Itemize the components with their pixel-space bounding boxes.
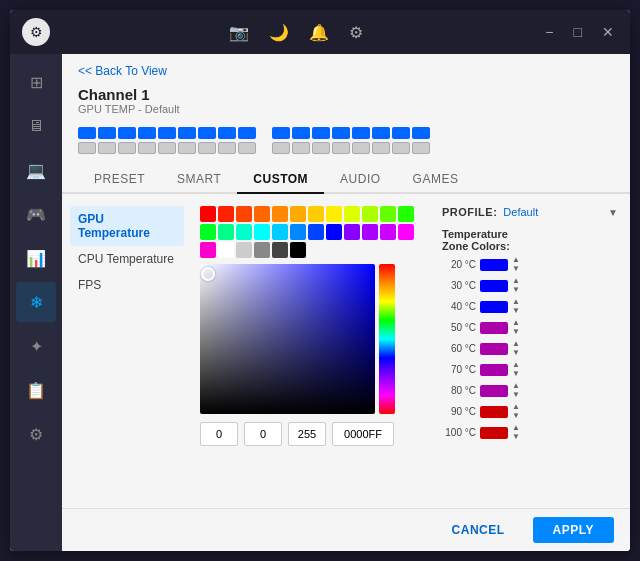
temp-zone-down-arrow[interactable]: ▼ <box>512 412 520 420</box>
temp-zone-color[interactable] <box>480 280 508 292</box>
sensor-item-fps[interactable]: FPS <box>70 272 184 298</box>
temp-zone-up-arrow[interactable]: ▲ <box>512 298 520 306</box>
sidebar-item-cooling[interactable]: ❄ <box>16 282 56 322</box>
temp-zone-up-arrow[interactable]: ▲ <box>512 424 520 432</box>
color-swatch[interactable] <box>254 242 270 258</box>
color-swatch[interactable] <box>362 206 378 222</box>
color-swatch[interactable] <box>380 224 396 240</box>
profile-row: PROFILE: Default ▼ <box>442 206 618 218</box>
color-gradient-box[interactable] <box>200 264 375 414</box>
apply-button[interactable]: APPLY <box>533 517 614 543</box>
color-swatch[interactable] <box>380 206 396 222</box>
temp-zone-label: 100 °C <box>442 427 476 438</box>
color-swatch[interactable] <box>236 224 252 240</box>
color-swatch[interactable] <box>254 224 270 240</box>
temp-zone-down-arrow[interactable]: ▼ <box>512 433 520 441</box>
temp-zone-down-arrow[interactable]: ▼ <box>512 307 520 315</box>
temp-zone-color[interactable] <box>480 322 508 334</box>
color-swatch[interactable] <box>272 206 288 222</box>
color-swatch[interactable] <box>326 206 342 222</box>
color-swatch[interactable] <box>272 224 288 240</box>
sidebar-item-gamepad[interactable]: 🎮 <box>16 194 56 234</box>
temp-zone-color[interactable] <box>480 385 508 397</box>
temp-zone-label: 90 °C <box>442 406 476 417</box>
color-swatch[interactable] <box>326 224 342 240</box>
color-swatch[interactable] <box>200 206 216 222</box>
color-swatch[interactable] <box>308 224 324 240</box>
color-swatch[interactable] <box>344 224 360 240</box>
color-swatch[interactable] <box>236 242 252 258</box>
profile-dropdown-arrow[interactable]: ▼ <box>608 207 618 218</box>
tab-audio[interactable]: AUDIO <box>324 166 397 194</box>
temp-zone-color[interactable] <box>480 343 508 355</box>
sensor-item-cpu-temp[interactable]: CPU Temperature <box>70 246 184 272</box>
color-swatch[interactable] <box>236 206 252 222</box>
temp-zone-color[interactable] <box>480 301 508 313</box>
sidebar-item-system[interactable]: 💻 <box>16 150 56 190</box>
moon-icon[interactable]: 🌙 <box>269 23 289 42</box>
color-swatch[interactable] <box>272 242 288 258</box>
color-swatch[interactable] <box>362 224 378 240</box>
temp-zone-down-arrow[interactable]: ▼ <box>512 286 520 294</box>
led-cell <box>352 127 370 139</box>
color-swatch[interactable] <box>344 206 360 222</box>
temp-zone-down-arrow[interactable]: ▼ <box>512 349 520 357</box>
minimize-button[interactable]: − <box>541 22 557 42</box>
color-swatch[interactable] <box>290 206 306 222</box>
green-input[interactable]: 0 <box>244 422 282 446</box>
tab-preset[interactable]: PRESET <box>78 166 161 194</box>
red-input[interactable]: 0 <box>200 422 238 446</box>
temp-zone-row: 70 °C▲▼ <box>442 361 618 378</box>
temp-zone-up-arrow[interactable]: ▲ <box>512 256 520 264</box>
temp-zone-up-arrow[interactable]: ▲ <box>512 340 520 348</box>
color-swatch[interactable] <box>308 206 324 222</box>
bell-icon[interactable]: 🔔 <box>309 23 329 42</box>
sidebar-item-display[interactable]: 🖥 <box>16 106 56 146</box>
temp-zone-up-arrow[interactable]: ▲ <box>512 361 520 369</box>
temp-zone-color[interactable] <box>480 427 508 439</box>
cancel-button[interactable]: CANCEL <box>434 517 523 543</box>
tab-custom[interactable]: CUSTOM <box>237 166 324 194</box>
sensor-item-gpu-temp[interactable]: GPU Temperature <box>70 206 184 246</box>
temp-zone-down-arrow[interactable]: ▼ <box>512 265 520 273</box>
tab-games[interactable]: GAMES <box>397 166 475 194</box>
temp-zone-up-arrow[interactable]: ▲ <box>512 277 520 285</box>
close-button[interactable]: ✕ <box>598 22 618 42</box>
tab-smart[interactable]: SMART <box>161 166 237 194</box>
hex-input[interactable]: 0000FF <box>332 422 394 446</box>
color-swatch[interactable] <box>200 242 216 258</box>
temp-zone-down-arrow[interactable]: ▼ <box>512 391 520 399</box>
temp-zone-up-arrow[interactable]: ▲ <box>512 403 520 411</box>
color-swatch[interactable] <box>218 206 234 222</box>
temp-zone-color[interactable] <box>480 259 508 271</box>
color-swatch[interactable] <box>254 206 270 222</box>
color-swatch[interactable] <box>290 242 306 258</box>
sidebar-item-performance[interactable]: 📊 <box>16 238 56 278</box>
temp-zone-color[interactable] <box>480 406 508 418</box>
titlebar-center: 📷 🌙 🔔 ⚙ <box>229 23 363 42</box>
settings-icon[interactable]: ⚙ <box>349 23 363 42</box>
color-swatch[interactable] <box>218 242 234 258</box>
temp-zone-down-arrow[interactable]: ▼ <box>512 370 520 378</box>
maximize-button[interactable]: □ <box>570 22 586 42</box>
color-swatch[interactable] <box>398 224 414 240</box>
temp-zone-up-arrow[interactable]: ▲ <box>512 382 520 390</box>
temp-zone-down-arrow[interactable]: ▼ <box>512 328 520 336</box>
sidebar-item-dashboard[interactable]: ⊞ <box>16 62 56 102</box>
temp-zone-label: 80 °C <box>442 385 476 396</box>
back-nav[interactable]: << Back To View <box>62 54 630 82</box>
temp-zone-color[interactable] <box>480 364 508 376</box>
color-swatch[interactable] <box>290 224 306 240</box>
color-swatch[interactable] <box>218 224 234 240</box>
camera-icon[interactable]: 📷 <box>229 23 249 42</box>
sidebar-item-tasks[interactable]: 📋 <box>16 370 56 410</box>
sidebar-item-settings[interactable]: ⚙ <box>16 414 56 454</box>
temp-zone-up-arrow[interactable]: ▲ <box>512 319 520 327</box>
color-swatch[interactable] <box>398 206 414 222</box>
sidebar-item-lighting[interactable]: ✦ <box>16 326 56 366</box>
hue-bar[interactable] <box>379 264 395 414</box>
temp-zone-label: 60 °C <box>442 343 476 354</box>
blue-input[interactable]: 255 <box>288 422 326 446</box>
color-swatch[interactable] <box>200 224 216 240</box>
led-cell <box>138 127 156 139</box>
